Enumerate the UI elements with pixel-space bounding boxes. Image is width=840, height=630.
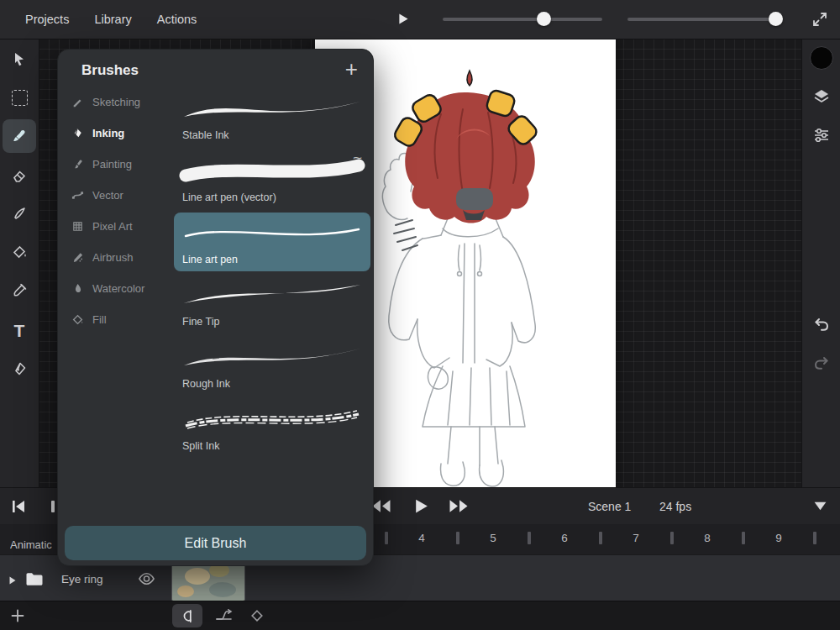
app-window: Projects Library Actions <box>0 0 840 630</box>
fast-forward-button[interactable] <box>448 497 470 518</box>
brush-name: Rough Ink <box>182 378 230 390</box>
category-label: Pixel Art <box>92 220 133 233</box>
slider-2[interactable] <box>627 18 783 21</box>
edit-brush-button[interactable]: Edit Brush <box>65 526 366 560</box>
adjustments-button[interactable] <box>805 118 838 152</box>
pixel-grid-icon <box>71 220 84 233</box>
category-watercolor[interactable]: Watercolor <box>71 273 174 304</box>
category-pixel-art[interactable]: Pixel Art <box>71 211 174 242</box>
left-toolbar: T <box>0 39 39 487</box>
current-color-swatch <box>810 46 833 70</box>
keyframe-button[interactable] <box>250 609 264 626</box>
category-label: Sketching <box>92 96 140 108</box>
add-brush-button[interactable]: + <box>345 56 358 82</box>
eyedropper-tool[interactable] <box>3 274 36 307</box>
airbrush-icon <box>71 251 84 264</box>
brush-stroke-preview <box>179 92 365 129</box>
scene-label[interactable]: Scene 1 <box>588 500 631 513</box>
selection-tool[interactable] <box>3 81 36 114</box>
brush-line-art-pen-vector[interactable]: ~ Line art pen (vector) <box>174 150 370 209</box>
category-vector[interactable]: Vector <box>71 180 174 211</box>
brush-name: Split Ink <box>182 440 219 452</box>
folder-icon[interactable] <box>25 572 44 590</box>
frame-number[interactable]: 4 <box>418 532 425 544</box>
top-bar: Projects Library Actions <box>0 0 840 39</box>
add-track-button[interactable] <box>11 609 24 626</box>
vector-curve-icon <box>71 189 84 202</box>
category-label: Watercolor <box>92 282 144 295</box>
pen-nib-icon <box>11 360 28 377</box>
move-tool[interactable] <box>3 42 36 76</box>
brush-stroke-preview <box>179 216 365 253</box>
category-label: Inking <box>92 127 124 139</box>
paintbrush-icon <box>71 158 84 171</box>
eraser-tool[interactable] <box>3 159 36 192</box>
ruler-tick <box>813 532 816 544</box>
color-picker-button[interactable] <box>805 41 838 75</box>
marquee-icon <box>12 90 28 106</box>
redo-button[interactable] <box>805 345 838 379</box>
brush-icon <box>11 128 28 144</box>
brush-stroke-preview <box>179 402 365 439</box>
brush-name: Fine Tip <box>182 316 219 328</box>
category-airbrush[interactable]: Airbrush <box>71 242 174 273</box>
frame-number[interactable]: 6 <box>561 532 568 544</box>
category-label: Airbrush <box>92 251 133 264</box>
brush-rough-ink[interactable]: Rough Ink <box>174 337 370 396</box>
category-painting[interactable]: Painting <box>71 149 174 180</box>
brush-tool[interactable] <box>3 119 36 153</box>
bucket-icon <box>11 244 28 260</box>
brush-name: Stable Ink <box>182 129 229 141</box>
frame-number[interactable]: 5 <box>490 532 496 544</box>
ruler-tick <box>385 532 388 544</box>
layers-icon <box>812 87 831 106</box>
brush-stroke-preview <box>179 278 365 315</box>
panel-title: Brushes <box>81 62 139 79</box>
slider-1[interactable] <box>443 18 602 21</box>
brush-stroke-preview <box>179 154 365 191</box>
branch-icon <box>215 608 234 623</box>
ink-nib-icon <box>71 127 84 139</box>
slider-1-knob[interactable] <box>537 12 551 26</box>
ruler-tick <box>456 532 459 544</box>
fill-bucket-tool[interactable] <box>3 235 36 269</box>
disclosure-triangle-icon[interactable] <box>8 574 17 589</box>
motion-path-button[interactable] <box>215 608 234 627</box>
eyedropper-icon <box>11 282 28 299</box>
layer-visibility-eye-icon[interactable] <box>138 572 155 589</box>
brush-line-art-pen[interactable]: Line art pen <box>174 213 370 271</box>
brush-list: Stable Ink ~ Line art pen (vector) Line … <box>174 88 370 461</box>
layers-button[interactable] <box>805 80 838 113</box>
play-button[interactable] <box>413 497 429 518</box>
preview-play-icon[interactable] <box>398 13 409 29</box>
brush-fine-tip[interactable]: Fine Tip <box>174 275 370 333</box>
menu-actions[interactable]: Actions <box>157 13 197 26</box>
layer-name[interactable]: Eye ring <box>61 573 103 585</box>
fullscreen-expand-icon[interactable] <box>811 11 828 31</box>
smudge-tool[interactable] <box>3 197 36 230</box>
text-tool-icon: T <box>14 322 25 339</box>
ruler-tick <box>528 532 531 544</box>
slider-2-knob[interactable] <box>769 12 783 26</box>
category-sketching[interactable]: Sketching <box>71 87 174 118</box>
collapse-timeline-button[interactable] <box>813 500 827 515</box>
vector-pen-tool[interactable] <box>3 352 36 386</box>
fps-label[interactable]: 24 fps <box>659 500 691 513</box>
undo-button[interactable] <box>805 307 838 340</box>
text-tool[interactable]: T <box>3 313 36 347</box>
frame-number[interactable]: 7 <box>633 532 639 544</box>
menu-library[interactable]: Library <box>94 13 131 26</box>
category-fill[interactable]: Fill <box>71 304 174 335</box>
brush-stable-ink[interactable]: Stable Ink <box>174 88 370 147</box>
frame-number[interactable]: 9 <box>775 532 782 544</box>
clip-mode-button[interactable] <box>172 604 202 627</box>
brush-name: Line art pen (vector) <box>182 192 276 203</box>
category-inking[interactable]: Inking <box>71 118 174 149</box>
frame-number[interactable]: 8 <box>704 532 711 544</box>
undo-icon <box>812 314 831 333</box>
category-label: Painting <box>92 158 132 171</box>
menu-projects[interactable]: Projects <box>25 13 69 26</box>
skip-to-start-button[interactable] <box>9 497 28 519</box>
water-drop-icon <box>71 282 84 295</box>
brush-split-ink[interactable]: Split Ink <box>174 399 370 458</box>
